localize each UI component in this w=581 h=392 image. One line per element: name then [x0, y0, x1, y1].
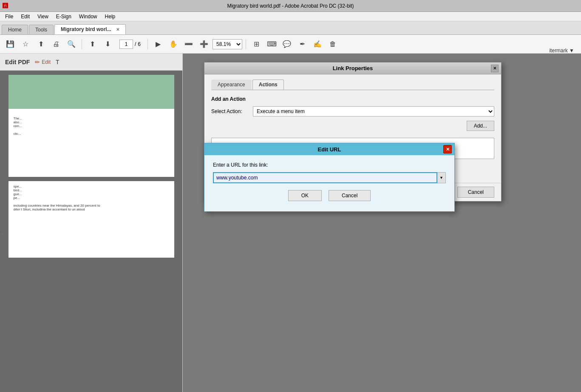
pen-button[interactable]: ✒: [295, 37, 309, 51]
keyboard-button[interactable]: ⌨: [265, 37, 278, 51]
tab-close-icon[interactable]: ✕: [116, 27, 119, 32]
select-action-row: Select Action: Execute a menu item Open …: [211, 106, 494, 116]
menu-bar: File Edit View E-Sign Window Help: [0, 12, 581, 21]
left-panel: Edit PDF ✏ Edit T ▶ The... abo... rem...…: [0, 54, 183, 392]
bookmark-button[interactable]: ☆: [19, 37, 32, 51]
edit-url-close-button[interactable]: ✕: [443, 145, 452, 153]
page-total: 6: [138, 41, 141, 47]
text-button[interactable]: T: [56, 59, 60, 65]
link-properties-tabs: Appearance Actions: [211, 80, 494, 90]
search-button[interactable]: 🔍: [65, 37, 78, 51]
delete-button[interactable]: 🗑: [326, 37, 340, 51]
link-properties-title-bar: Link Properties ✕: [204, 62, 501, 74]
menu-window[interactable]: Window: [76, 13, 101, 20]
url-dropdown-icon[interactable]: ▼: [437, 172, 446, 183]
edit-button[interactable]: ✏ Edit: [35, 59, 51, 65]
sign-button[interactable]: ✍: [311, 37, 324, 51]
print-button[interactable]: 🖨: [49, 37, 63, 51]
zoom-out-button[interactable]: ➖: [182, 37, 196, 51]
menu-help[interactable]: Help: [102, 13, 119, 20]
tab-document[interactable]: Migratory bird worl... ✕: [54, 24, 126, 34]
edit-url-dialog: Edit URL ✕ Enter a URL for this link: ▼ …: [204, 143, 455, 212]
separator-2: [147, 39, 148, 49]
tab-home[interactable]: Home: [2, 25, 28, 34]
app-title: Migratory bird world.pdf - Adobe Acrobat…: [227, 3, 354, 9]
edit-url-title: Edit URL: [318, 146, 341, 153]
hand-tool-button[interactable]: ✋: [167, 37, 180, 51]
edit-url-body: Enter a URL for this link: ▼ OK Cancel: [204, 155, 454, 211]
edit-pdf-header: Edit PDF ✏ Edit T: [0, 54, 182, 71]
add-action-title: Add an Action: [211, 96, 494, 102]
comment-button[interactable]: 💬: [280, 37, 294, 51]
tab-appearance[interactable]: Appearance: [211, 80, 252, 90]
tab-tools[interactable]: Tools: [29, 25, 54, 34]
url-action-buttons: OK Cancel: [213, 190, 446, 205]
menu-edit[interactable]: Edit: [17, 13, 33, 20]
url-input[interactable]: [213, 172, 437, 183]
page-input[interactable]: [119, 40, 133, 49]
pdf-page-bottom: spe... bird... gue... pe... including co…: [9, 181, 174, 258]
separator-1: [82, 39, 82, 49]
page-separator: /: [135, 41, 136, 47]
save-button[interactable]: 💾: [3, 37, 17, 51]
pdf-text: including countries near the Himalayas, …: [14, 204, 169, 207]
edit-url-title-bar: Edit URL ✕: [204, 143, 454, 155]
watermark-label[interactable]: itermark ▼: [546, 48, 578, 54]
add-button[interactable]: Add...: [467, 121, 494, 131]
next-page-button[interactable]: ⬇: [101, 37, 114, 51]
separator-3: [246, 39, 246, 49]
upload-button[interactable]: ⬆: [34, 37, 48, 51]
toolbar: 💾 ☆ ⬆ 🖨 🔍 ⬆ ⬇ / 6 ▶ ✋ ➖ ➕ 58.1% 50% 75% …: [0, 35, 581, 54]
edit-icon: ✏: [35, 59, 40, 65]
edit-pdf-title: Edit PDF: [5, 59, 30, 65]
menu-view[interactable]: View: [34, 13, 52, 20]
collapse-arrow-icon[interactable]: ▶: [0, 229, 3, 234]
url-prompt: Enter a URL for this link:: [213, 162, 446, 168]
url-cancel-button[interactable]: Cancel: [329, 190, 371, 201]
select-action-dropdown[interactable]: Execute a menu item Open a web link Go t…: [253, 106, 494, 116]
url-input-row: ▼: [213, 172, 446, 183]
tab-bar: Home Tools Migratory bird worl... ✕: [0, 21, 581, 35]
prev-page-button[interactable]: ⬆: [85, 37, 99, 51]
pdf-page-top: The... abo... rem... clic...: [9, 75, 174, 177]
tab-actions[interactable]: Actions: [252, 80, 284, 90]
menu-file[interactable]: File: [2, 13, 17, 20]
zoom-in-button[interactable]: ➕: [197, 37, 211, 51]
url-ok-button[interactable]: OK: [288, 190, 322, 201]
link-properties-close-button[interactable]: ✕: [491, 65, 499, 72]
pdf-canvas: ▶ The... abo... rem... clic... spe... bi…: [0, 71, 182, 392]
main-area: Edit PDF ✏ Edit T ▶ The... abo... rem...…: [0, 54, 581, 392]
cancel-button[interactable]: Cancel: [457, 187, 494, 198]
page-navigation: / 6: [119, 40, 141, 49]
select-action-label: Select Action:: [211, 108, 249, 114]
menu-esign[interactable]: E-Sign: [53, 13, 75, 20]
right-area: Link Properties ✕ Appearance Actions Add…: [183, 54, 581, 392]
pdf-text-2: diter t Siluri, includina the accentant …: [14, 207, 169, 211]
title-bar: 🅰 Migratory bird world.pdf - Adobe Acrob…: [0, 0, 581, 12]
select-tool-button[interactable]: ▶: [151, 37, 165, 51]
app-icon: 🅰: [3, 3, 8, 9]
crop-button[interactable]: ⊞: [249, 37, 263, 51]
zoom-select[interactable]: 58.1% 50% 75% 100% 125% 150%: [213, 39, 242, 49]
link-properties-title: Link Properties: [333, 65, 373, 71]
